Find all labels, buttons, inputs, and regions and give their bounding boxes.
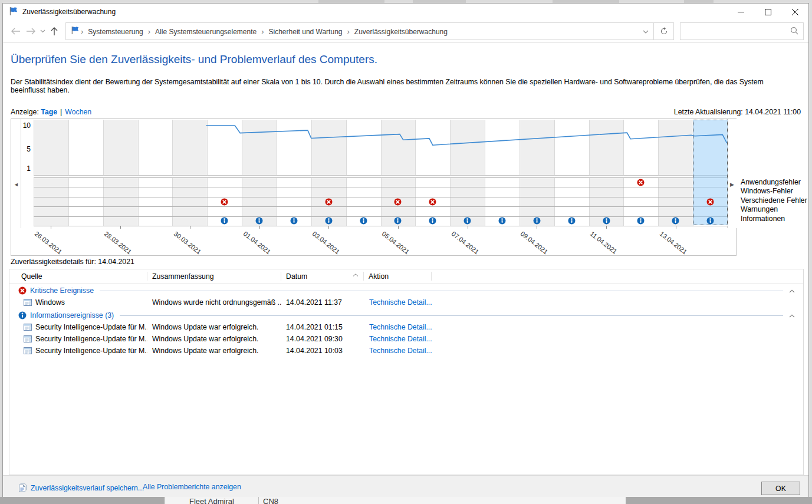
event-group-row[interactable]: Informationsereignisse (3) xyxy=(9,309,803,321)
chart-day-column[interactable] xyxy=(277,120,311,226)
minimize-button[interactable] xyxy=(727,4,754,20)
info-event-icon[interactable] xyxy=(429,217,436,225)
error-event-icon[interactable] xyxy=(221,198,228,206)
view-weeks-link[interactable]: Wochen xyxy=(65,108,91,116)
chart-day-column[interactable] xyxy=(415,120,450,226)
error-event-icon[interactable] xyxy=(394,198,402,206)
chart-day-column[interactable] xyxy=(311,120,346,226)
breadcrumb-item[interactable]: Zuverlässigkeitsüberwachung xyxy=(352,28,450,36)
error-event-icon[interactable] xyxy=(325,198,333,206)
info-event-icon[interactable] xyxy=(603,217,610,225)
column-header-datum[interactable]: Datum xyxy=(281,272,364,281)
view-days-link[interactable]: Tage xyxy=(41,108,57,116)
chart-day-column[interactable] xyxy=(138,120,173,226)
info-event-icon[interactable] xyxy=(672,217,679,225)
chart-gridline-vertical xyxy=(311,120,312,226)
cell-quelle: Security Intelligence-Update für M... xyxy=(9,323,147,331)
address-dropdown-chevron-icon[interactable] xyxy=(638,27,653,35)
collapse-group-chevron-icon[interactable] xyxy=(789,286,795,295)
info-event-icon[interactable] xyxy=(221,217,228,225)
chart-day-column[interactable] xyxy=(172,120,207,226)
column-header-zusammenfassung[interactable]: Zusammenfassung xyxy=(147,272,281,281)
chart-day-column[interactable] xyxy=(623,120,658,226)
scroll-left-arrow-icon[interactable]: ◄ xyxy=(14,182,19,187)
info-event-icon[interactable] xyxy=(255,217,263,225)
x-axis-tick xyxy=(328,226,329,229)
technical-details-link[interactable]: Technische Detail... xyxy=(364,335,432,343)
page-description: Der Stabilitätsindex dient der Bewertung… xyxy=(11,78,795,94)
show-all-reports-link[interactable]: Alle Problemberichte anzeigen xyxy=(143,483,241,491)
breadcrumb-item[interactable]: Alle Systemsteuerungselemente xyxy=(153,28,259,36)
y-axis-tick-label: 1 xyxy=(19,164,31,173)
collapse-group-chevron-icon[interactable] xyxy=(789,311,795,319)
chart-day-column[interactable] xyxy=(520,120,554,226)
chart-day-column[interactable] xyxy=(381,120,416,226)
group-divider-line xyxy=(120,315,783,316)
save-history-link[interactable]: Zuverlässigkeitsverlauf speichern... xyxy=(18,483,144,492)
column-header-aktion[interactable]: Aktion xyxy=(364,272,432,281)
info-event-icon[interactable] xyxy=(568,217,576,225)
technical-details-link[interactable]: Technische Detail... xyxy=(364,347,432,355)
chart-day-column[interactable] xyxy=(450,120,485,226)
chart-day-column[interactable] xyxy=(68,120,103,226)
info-event-icon[interactable] xyxy=(533,217,541,225)
chart-scroll-right[interactable]: ▶ xyxy=(727,119,737,228)
scroll-right-arrow-icon[interactable]: ▶ xyxy=(730,182,734,187)
event-detail-row[interactable]: Security Intelligence-Update für M...Win… xyxy=(9,345,803,357)
ok-button[interactable]: OK xyxy=(761,482,800,495)
reliability-flag-icon xyxy=(71,26,80,37)
event-group-row[interactable]: Kritische Ereignisse xyxy=(9,285,803,297)
chart-day-column[interactable] xyxy=(34,120,68,226)
chart-day-column[interactable] xyxy=(207,120,242,226)
chart-scroll-left[interactable]: ◄ xyxy=(11,119,21,228)
breadcrumb-item[interactable]: Systemsteuerung xyxy=(86,28,145,36)
chart-day-column[interactable] xyxy=(658,120,693,226)
chart-day-column[interactable] xyxy=(589,120,624,226)
event-detail-row[interactable]: Security Intelligence-Update für M...Win… xyxy=(9,321,803,333)
maximize-button[interactable] xyxy=(754,4,781,20)
info-event-icon[interactable] xyxy=(360,217,367,225)
column-header-quelle[interactable]: Quelle xyxy=(9,272,147,281)
event-detail-row[interactable]: WindowsWindows wurde nicht ordnungsgemäß… xyxy=(9,297,803,308)
error-event-icon[interactable] xyxy=(706,198,714,206)
chart-gridline-vertical xyxy=(242,120,242,226)
x-axis-date-label: 05.04.2021 xyxy=(381,230,411,255)
close-button[interactable] xyxy=(781,4,808,20)
error-event-icon[interactable] xyxy=(429,198,436,206)
info-event-icon[interactable] xyxy=(637,217,645,225)
info-event-icon[interactable] xyxy=(498,217,506,225)
event-detail-row[interactable]: Security Intelligence-Update für M...Win… xyxy=(9,333,803,345)
title-bar: Zuverlässigkeitsüberwachung xyxy=(3,4,808,20)
chart-day-column[interactable] xyxy=(554,120,589,226)
chart-gridline-vertical xyxy=(277,120,277,226)
error-event-icon[interactable] xyxy=(637,179,645,186)
cell-zusammenfassung: Windows Update war erfolgreich. xyxy=(147,323,281,331)
recent-pages-chevron-icon[interactable] xyxy=(38,24,47,39)
info-event-icon[interactable] xyxy=(325,217,333,225)
cell-datum: 14.04.2021 09:30 xyxy=(281,335,364,343)
background-cell-text: Fleet Admiral xyxy=(189,497,234,504)
chart-day-column[interactable] xyxy=(242,120,277,226)
chart-day-column[interactable] xyxy=(485,120,520,226)
address-bar[interactable]: › Systemsteuerung›Alle Systemsteuerungse… xyxy=(65,22,654,40)
search-input[interactable] xyxy=(684,24,785,39)
x-axis-date-label: 13.04.2021 xyxy=(658,230,688,255)
technical-details-link[interactable]: Technische Detail... xyxy=(364,323,432,331)
info-event-icon[interactable] xyxy=(290,217,298,225)
chart-day-column[interactable] xyxy=(346,120,381,226)
refresh-button[interactable] xyxy=(654,22,674,40)
chart-day-column[interactable] xyxy=(103,120,138,226)
info-event-icon[interactable] xyxy=(394,217,402,225)
chart-gridline-vertical xyxy=(34,120,34,226)
x-axis-tick xyxy=(190,226,190,229)
search-icon[interactable] xyxy=(790,27,798,37)
info-event-icon[interactable] xyxy=(463,217,471,225)
info-event-icon[interactable] xyxy=(706,217,714,225)
back-button[interactable] xyxy=(8,24,23,39)
breadcrumb-item[interactable]: Sicherheit und Wartung xyxy=(267,28,345,36)
selected-day-highlight[interactable] xyxy=(693,120,728,225)
technical-details-link[interactable]: Technische Detail... xyxy=(364,298,432,307)
view-separator: | xyxy=(60,108,62,116)
forward-button[interactable] xyxy=(23,24,38,39)
up-button[interactable] xyxy=(47,24,62,39)
